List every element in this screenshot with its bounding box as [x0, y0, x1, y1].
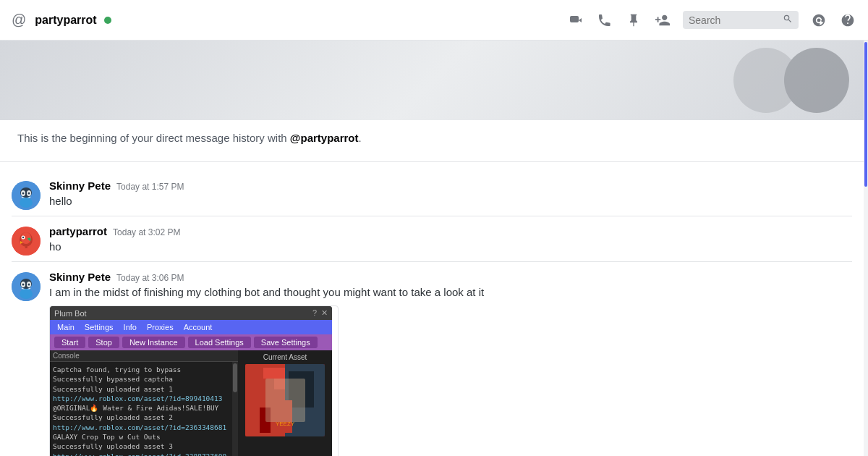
- console-output: Captcha found, trying to bypass Successf…: [50, 362, 232, 456]
- app-toolbar: Start Stop New Instance Load Settings Sa…: [50, 334, 332, 350]
- dm-start-period: .: [359, 132, 362, 144]
- menu-main[interactable]: Main: [53, 321, 79, 333]
- console-line: Captcha found, trying to bypass: [53, 365, 229, 374]
- menu-proxies[interactable]: Proxies: [142, 321, 178, 333]
- console-line: @ORIGINAL🔥 Water & Fire Adidas!SALE!BUY: [53, 403, 229, 413]
- app-title: Plum Bot: [54, 309, 87, 318]
- console-section: Console Captcha found, trying to bypass …: [50, 350, 238, 456]
- svg-text:YEEZY: YEEZY: [276, 421, 295, 427]
- stop-button[interactable]: Stop: [88, 337, 119, 348]
- console-line: Successfully uploaded asset 1: [53, 384, 229, 394]
- message-header: partyparrot Today at 3:02 PM: [49, 225, 852, 237]
- menu-info[interactable]: Info: [119, 321, 141, 333]
- fake-app-window: Plum Bot ? ✕ Main Settings Info Proxies: [50, 306, 332, 456]
- search-icon: [783, 14, 793, 26]
- message-timestamp: Today at 1:57 PM: [116, 182, 184, 192]
- minimize-icon[interactable]: ?: [312, 308, 317, 318]
- message-header: Skinny Pete Today at 1:57 PM: [49, 180, 852, 192]
- dm-start-prefix: This is the beginning of your direct mes…: [17, 132, 290, 144]
- message-group: Skinny Pete Today at 1:57 PM hello: [0, 174, 864, 213]
- app-titlebar: Plum Bot ? ✕: [50, 306, 332, 320]
- current-asset-label: Current Asset: [263, 353, 307, 361]
- svg-rect-23: [289, 371, 314, 408]
- message-content: Skinny Pete Today at 1:57 PM hello: [49, 180, 852, 210]
- console-line: http://www.roblox.com/asset/?id=23887276…: [53, 452, 229, 456]
- new-instance-button[interactable]: New Instance: [122, 337, 185, 348]
- svg-point-17: [28, 284, 30, 286]
- scrollbar-thumb: [864, 42, 867, 187]
- console-label: Console: [50, 350, 238, 362]
- dm-banner: [0, 41, 864, 120]
- message-attachment: Plum Bot ? ✕ Main Settings Info Proxies: [49, 305, 339, 456]
- message-author: partyparrot: [49, 225, 107, 237]
- svg-point-5: [28, 193, 30, 195]
- message-divider: [12, 261, 852, 262]
- console-line: Successfully uploaded asset 2: [53, 413, 229, 422]
- message-author: Skinny Pete: [49, 180, 111, 192]
- header-right: [567, 11, 856, 29]
- message-header: Skinny Pete Today at 3:06 PM: [49, 271, 852, 283]
- message-author: Skinny Pete: [49, 271, 111, 283]
- message-text: ho: [49, 239, 852, 254]
- search-bar[interactable]: [683, 11, 799, 29]
- menu-account[interactable]: Account: [179, 321, 217, 333]
- asset-panel: Current Asset: [238, 350, 332, 456]
- avatar: [12, 227, 41, 256]
- message-text: hello: [49, 193, 852, 208]
- call-icon[interactable]: [596, 12, 613, 29]
- page-scrollbar[interactable]: [864, 41, 868, 456]
- messages-area[interactable]: This is the beginning of your direct mes…: [0, 41, 864, 456]
- dm-start-notice: This is the beginning of your direct mes…: [0, 120, 864, 162]
- dm-username-bold: @partyparrot: [290, 132, 359, 144]
- pin-icon[interactable]: [625, 12, 642, 29]
- titlebar-controls: ? ✕: [312, 308, 328, 318]
- app-menubar: Main Settings Info Proxies Account: [50, 320, 332, 334]
- channel-name: partyparrot: [35, 14, 96, 27]
- close-icon[interactable]: ✕: [321, 308, 328, 318]
- message-content: Skinny Pete Today at 3:06 PM I am in the…: [49, 271, 852, 456]
- svg-point-11: [22, 237, 24, 238]
- svg-point-18: [20, 289, 33, 299]
- message-content: partyparrot Today at 3:02 PM ho: [49, 225, 852, 256]
- message-group: partyparrot Today at 3:02 PM ho: [0, 219, 864, 258]
- message-timestamp: Today at 3:02 PM: [113, 227, 180, 237]
- app-body: Console Captcha found, trying to bypass …: [50, 350, 332, 456]
- avatar: [12, 181, 41, 210]
- message-divider: [12, 216, 852, 216]
- menu-settings[interactable]: Settings: [80, 321, 118, 333]
- asset-image: YEEZY: [245, 364, 325, 436]
- message-text: I am in the midst of finishing my clothi…: [49, 284, 852, 300]
- console-scrollbar[interactable]: [232, 362, 238, 456]
- avatar: [12, 272, 41, 301]
- search-input[interactable]: [689, 14, 780, 26]
- add-member-icon[interactable]: [654, 12, 671, 29]
- start-button[interactable]: Start: [54, 337, 85, 348]
- svg-rect-24: [260, 408, 271, 433]
- video-call-icon[interactable]: [567, 12, 584, 29]
- message-group: Skinny Pete Today at 3:06 PM I am in the…: [0, 265, 864, 456]
- scrollbar-thumb: [233, 363, 237, 392]
- load-settings-button[interactable]: Load Settings: [188, 337, 251, 348]
- console-with-scroll: Captcha found, trying to bypass Successf…: [50, 362, 238, 456]
- dm-icon: @: [12, 12, 26, 28]
- svg-point-4: [22, 193, 25, 195]
- console-line: GALAXY Crop Top w Cut Outs: [53, 432, 229, 442]
- at-icon[interactable]: [810, 12, 827, 29]
- header-left: @ partyparrot: [12, 12, 567, 28]
- message-timestamp: Today at 3:06 PM: [116, 273, 184, 283]
- svg-point-16: [22, 284, 25, 286]
- svg-rect-25: [274, 400, 292, 433]
- main-content: This is the beginning of your direct mes…: [0, 41, 868, 456]
- header: @ partyparrot: [0, 0, 868, 41]
- help-icon[interactable]: [839, 12, 856, 29]
- banner-avatar-2: [784, 48, 849, 113]
- console-line: Successfully bypassed captcha: [53, 374, 229, 384]
- svg-point-6: [20, 198, 33, 208]
- save-settings-button[interactable]: Save Settings: [254, 337, 318, 348]
- console-line: Successfully uploaded asset 3: [53, 442, 229, 451]
- online-indicator: [104, 17, 111, 24]
- console-line: http://www.roblox.com/asset/?id=89941041…: [53, 394, 229, 403]
- console-line: http://www.roblox.com/asset/?id=23633486…: [53, 423, 229, 432]
- banner-avatars: [733, 41, 864, 120]
